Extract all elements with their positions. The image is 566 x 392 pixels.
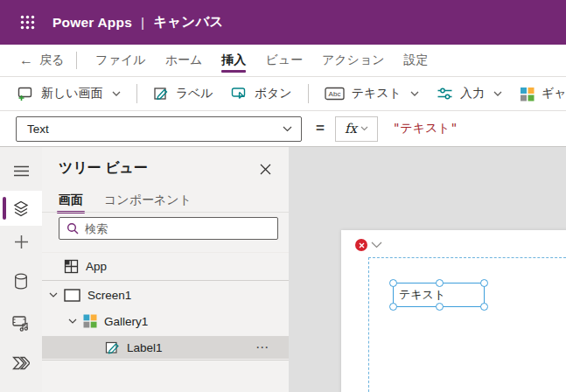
power-automate-icon[interactable] xyxy=(0,346,42,381)
close-icon[interactable] xyxy=(254,158,276,180)
fx-icon: fx xyxy=(345,121,357,136)
chevron-down-icon xyxy=(283,126,292,132)
tree-view-panel: ツリー ビュー 画面 コンポーネント xyxy=(42,147,289,392)
plus-icon[interactable] xyxy=(0,224,42,259)
resize-handle-top-center[interactable] xyxy=(436,279,444,287)
menu-bar: ← 戻る ファイル ホーム 挿入 ビュー アクション 設定 xyxy=(0,45,566,77)
toolbar-divider xyxy=(136,84,137,103)
chevron-down-icon xyxy=(360,126,368,131)
label-control[interactable]: テキスト xyxy=(393,283,485,307)
menu-item-action[interactable]: アクション xyxy=(312,45,395,76)
tab-screens[interactable]: 画面 xyxy=(59,192,83,214)
hamburger-icon[interactable] xyxy=(0,153,42,188)
new-screen-icon xyxy=(17,86,34,102)
label-icon xyxy=(105,340,120,355)
resize-handle-top-left[interactable] xyxy=(389,279,397,287)
gallery-icon xyxy=(520,87,535,102)
text-button[interactable]: Abc テキスト xyxy=(316,77,428,110)
resize-handle-bottom-left[interactable] xyxy=(389,303,397,311)
tree-view-layers-icon[interactable] xyxy=(0,191,42,226)
menu-item-settings[interactable]: 設定 xyxy=(395,45,438,76)
tree-view-title: ツリー ビュー xyxy=(59,159,148,178)
tree-divider xyxy=(42,280,289,281)
chevron-down-icon[interactable] xyxy=(47,292,59,298)
property-dropdown[interactable]: Text xyxy=(16,116,302,142)
property-value: Text xyxy=(27,122,49,136)
menu-item-view[interactable]: ビュー xyxy=(255,45,312,76)
data-cylinder-icon[interactable] xyxy=(0,263,42,298)
chevron-down-icon xyxy=(410,91,419,96)
error-badge-icon[interactable] xyxy=(355,239,367,251)
app-icon xyxy=(64,259,79,274)
label-control-text: テキスト xyxy=(399,287,445,303)
label-button[interactable]: ラベル xyxy=(144,77,222,110)
app-header: Power Apps | キャンバス xyxy=(0,0,566,45)
input-icon xyxy=(437,86,453,102)
tree-item-gallery1[interactable]: Gallery1 xyxy=(42,308,289,334)
insert-toolbar: 新しい画面 ラベル ボタン Abc テキスト xyxy=(0,77,566,111)
tree-divider xyxy=(42,360,289,360)
tree-item-screen1[interactable]: Screen1 xyxy=(42,282,289,308)
canvas-area: テキスト xyxy=(289,147,566,392)
formula-bar: Text = fx xyxy=(0,111,566,147)
chevron-down-icon xyxy=(493,91,502,96)
text-icon: Abc xyxy=(325,87,345,101)
left-rail xyxy=(0,147,42,392)
tree-list: App Screen1 xyxy=(42,252,289,361)
menu-item-home[interactable]: ホーム xyxy=(156,45,213,76)
resize-handle-top-right[interactable] xyxy=(480,279,488,287)
menu-divider xyxy=(76,52,77,69)
page-title: Power Apps | キャンバス xyxy=(52,13,224,32)
media-icon[interactable] xyxy=(0,305,42,340)
button-icon xyxy=(231,86,248,102)
gallery-selection-outline[interactable] xyxy=(368,257,566,392)
product-name: Power Apps xyxy=(52,15,132,31)
app-name: キャンバス xyxy=(153,13,223,32)
screen-icon xyxy=(64,289,80,302)
formula-input[interactable] xyxy=(378,116,566,142)
back-arrow-icon: ← xyxy=(19,53,33,67)
button-button[interactable]: ボタン xyxy=(222,77,301,110)
chevron-down-icon xyxy=(112,91,121,96)
gallery-icon xyxy=(83,314,97,328)
svg-text:Abc: Abc xyxy=(328,90,340,98)
menu-item-insert[interactable]: 挿入 xyxy=(212,45,255,76)
toolbar-divider xyxy=(308,84,309,103)
waffle-icon[interactable] xyxy=(12,8,42,38)
tree-view-tabs: 画面 コンポーネント xyxy=(59,192,192,214)
tabs-divider xyxy=(42,212,289,213)
resize-handle-bottom-right[interactable] xyxy=(480,303,488,311)
fx-dropdown[interactable]: fx xyxy=(335,116,378,142)
menu-item-file[interactable]: ファイル xyxy=(86,45,155,76)
tab-components[interactable]: コンポーネント xyxy=(104,192,192,214)
back-label: 戻る xyxy=(39,52,64,68)
search-icon xyxy=(66,222,79,234)
input-button[interactable]: 入力 xyxy=(428,77,511,110)
back-button[interactable]: ← 戻る xyxy=(16,45,67,76)
tree-item-label1[interactable]: Label1 ⋯ xyxy=(42,336,289,359)
search-box xyxy=(59,217,278,240)
resize-handle-bottom-center[interactable] xyxy=(436,303,444,311)
equals-sign: = xyxy=(316,120,325,137)
chevron-down-icon[interactable] xyxy=(371,242,382,248)
label-icon xyxy=(153,86,169,102)
chevron-down-icon[interactable] xyxy=(66,318,79,324)
title-separator: | xyxy=(141,15,144,31)
overflow-menu-icon[interactable]: ⋯ xyxy=(255,340,269,355)
canvas-screen[interactable]: テキスト xyxy=(341,230,566,392)
search-input[interactable] xyxy=(85,222,270,235)
tree-item-app[interactable]: App xyxy=(42,253,289,279)
workspace: ツリー ビュー 画面 コンポーネント xyxy=(0,147,566,392)
new-screen-button[interactable]: 新しい画面 xyxy=(17,77,129,110)
gallery-button[interactable]: ギャラリ xyxy=(511,77,566,110)
